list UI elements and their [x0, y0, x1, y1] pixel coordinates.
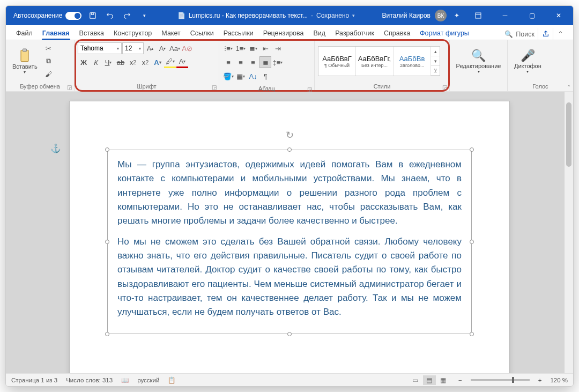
change-case-button[interactable]: Aa▾ — [169, 42, 181, 54]
search-box[interactable]: 🔍 Поиск — [501, 28, 538, 40]
font-size-combo[interactable]: 12▾ — [122, 42, 144, 54]
language-indicator[interactable]: русский — [137, 377, 159, 383]
format-painter-button[interactable]: 🖌 — [43, 68, 55, 80]
decrease-indent-button[interactable]: ⇤ — [259, 42, 271, 54]
clipboard-launcher[interactable]: ◲ — [67, 84, 72, 90]
vertical-scrollbar[interactable] — [565, 92, 573, 373]
tab-design[interactable]: Конструктор — [109, 27, 157, 40]
show-marks-button[interactable]: ¶ — [259, 70, 271, 82]
underline-button[interactable]: Ч▾ — [102, 56, 114, 68]
increase-indent-button[interactable]: ⇥ — [272, 42, 284, 54]
line-spacing-button[interactable]: ‡≡▾ — [272, 56, 284, 68]
copy-button[interactable]: ⧉ — [43, 55, 55, 67]
minimize-button[interactable]: ─ — [494, 6, 516, 25]
statusbar: Страница 1 из 3 Число слов: 313 📖 русски… — [6, 373, 573, 386]
style-no-spacing[interactable]: АаБбВвГг,Без интер... — [356, 47, 394, 76]
tab-file[interactable]: Файл — [11, 27, 38, 40]
page-indicator[interactable]: Страница 1 из 3 — [11, 377, 57, 383]
font-launcher[interactable]: ◲ — [212, 84, 217, 90]
tab-shape-format[interactable]: Формат фигуры — [415, 27, 474, 40]
autosave-toggle[interactable]: Автосохранение — [13, 12, 81, 20]
grow-font-button[interactable]: A▴ — [144, 42, 156, 54]
resize-handle[interactable] — [287, 147, 292, 152]
resize-handle[interactable] — [470, 147, 474, 152]
dictate-button[interactable]: 🎤 Диктофон ▾ — [511, 47, 545, 76]
resize-handle[interactable] — [105, 240, 109, 244]
justify-button[interactable]: ≣ — [259, 56, 271, 68]
tab-review[interactable]: Рецензирова — [258, 27, 309, 40]
user-name[interactable]: Виталий Каиров — [382, 12, 430, 19]
titlebar: Автосохранение ▾ 📄 Lumpics.ru - Как пере… — [6, 6, 573, 25]
styles-gallery[interactable]: АаБбВвГ¶ Обычный АаБбВвГг,Без интер... А… — [318, 46, 440, 76]
paste-button[interactable]: Вставить ▾ — [9, 46, 41, 77]
tab-developer[interactable]: Разработчик — [330, 27, 379, 40]
multilevel-list-button[interactable]: ≣▾ — [247, 42, 259, 54]
search-icon: 🔍 — [504, 30, 513, 38]
style-heading[interactable]: АаБбВвЗаголово... — [394, 47, 431, 76]
shrink-font-button[interactable]: A▾ — [157, 42, 168, 54]
tab-layout[interactable]: Макет — [157, 27, 185, 40]
align-right-button[interactable]: ≡ — [247, 56, 259, 68]
share-button[interactable] — [538, 28, 553, 40]
style-normal[interactable]: АаБбВвГ¶ Обычный — [318, 47, 356, 76]
highlight-button[interactable]: 🖊▾ — [164, 56, 176, 68]
italic-button[interactable]: К — [90, 56, 102, 68]
close-button[interactable]: ✕ — [547, 6, 570, 25]
print-layout-button[interactable]: ▤ — [423, 375, 436, 385]
rotate-handle-icon[interactable]: ↻ — [286, 129, 294, 141]
superscript-button[interactable]: x2 — [139, 56, 151, 68]
resize-handle[interactable] — [287, 332, 292, 336]
resize-handle[interactable] — [105, 332, 109, 336]
resize-handle[interactable] — [470, 332, 474, 336]
clear-formatting-button[interactable]: A⊘ — [181, 42, 193, 54]
redo-icon[interactable] — [121, 10, 133, 21]
bullets-button[interactable]: ⁝≡▾ — [222, 42, 234, 54]
paragraph-1[interactable]: Мы — группа энтузиастов, одержимых идеей… — [117, 158, 462, 228]
coming-soon-icon[interactable]: ✦ — [451, 10, 463, 21]
collapse-ribbon-icon[interactable]: ⌃ — [567, 84, 571, 90]
tab-references[interactable]: Ссылки — [185, 27, 219, 40]
tab-help[interactable]: Справка — [379, 27, 415, 40]
strikethrough-button[interactable]: ab — [115, 56, 127, 68]
editing-button[interactable]: 🔍 Редактирование ▾ — [453, 47, 504, 76]
shading-button[interactable]: 🪣▾ — [222, 70, 234, 82]
cut-button[interactable]: ✂ — [43, 42, 55, 54]
zoom-out-button[interactable]: − — [458, 377, 462, 383]
align-center-button[interactable]: ≡ — [235, 56, 247, 68]
borders-button[interactable]: ▦▾ — [235, 70, 247, 82]
sort-button[interactable]: A↓ — [247, 70, 259, 82]
resize-handle[interactable] — [105, 147, 109, 152]
zoom-slider[interactable] — [471, 379, 530, 381]
tab-home[interactable]: Главная — [38, 27, 75, 40]
align-left-button[interactable]: ≡ — [222, 56, 234, 68]
bold-button[interactable]: Ж — [78, 56, 90, 68]
spellcheck-icon[interactable]: 📖 — [121, 376, 129, 384]
text-effects-button[interactable]: A▾ — [152, 56, 164, 68]
word-count[interactable]: Число слов: 313 — [66, 377, 113, 383]
font-name-combo[interactable]: Tahoma▾ — [78, 42, 122, 54]
zoom-level[interactable]: 120 % — [550, 377, 568, 383]
tab-mailings[interactable]: Рассылки — [219, 27, 258, 40]
resize-handle[interactable] — [470, 240, 474, 244]
paragraph-2[interactable]: Но мы не сможем это сделать без Вашей об… — [117, 235, 462, 320]
ribbon-options-icon[interactable] — [467, 6, 489, 25]
styles-scroll[interactable]: ▴▾⊻ — [431, 47, 440, 76]
zoom-in-button[interactable]: + — [538, 377, 542, 383]
tab-insert[interactable]: Вставка — [75, 27, 109, 40]
document-area[interactable]: ↻ ⚓ Мы — группа энтузиастов, одержимых и… — [6, 92, 573, 373]
collapse-ribbon-button[interactable]: ⌃ — [553, 28, 568, 40]
numbering-button[interactable]: 1≡▾ — [235, 42, 247, 54]
accessibility-icon[interactable]: 📋 — [168, 376, 175, 384]
font-color-button[interactable]: A▾ — [176, 56, 188, 68]
subscript-button[interactable]: x2 — [127, 56, 139, 68]
maximize-button[interactable]: ▢ — [521, 6, 543, 25]
qat-dropdown-icon[interactable]: ▾ — [138, 10, 150, 21]
user-avatar[interactable]: ВК — [435, 10, 447, 21]
undo-icon[interactable] — [104, 10, 116, 21]
styles-launcher[interactable]: ◲ — [442, 84, 447, 90]
read-mode-button[interactable]: ▭ — [409, 375, 422, 385]
web-layout-button[interactable]: ▦ — [437, 375, 450, 385]
tab-view[interactable]: Вид — [309, 27, 331, 40]
text-box[interactable]: Мы — группа энтузиастов, одержимых идеей… — [107, 150, 472, 334]
save-icon[interactable] — [87, 10, 99, 21]
